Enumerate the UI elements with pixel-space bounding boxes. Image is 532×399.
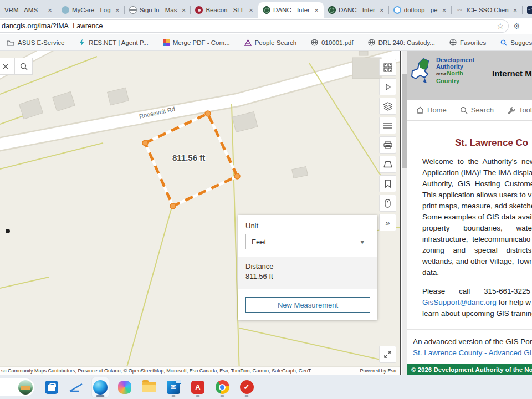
bookmark-resnet[interactable]: RES.NET | Agent P... xyxy=(79,39,148,46)
taskbar-file-explorer[interactable] xyxy=(141,377,157,397)
legend-icon xyxy=(383,122,392,129)
close-icon[interactable]: × xyxy=(114,6,121,14)
distance-section: Distance 811.56 ft xyxy=(238,257,377,289)
map-search-button[interactable] xyxy=(14,58,33,75)
globe-favicon-icon xyxy=(129,6,137,14)
fullscreen-button[interactable] xyxy=(379,346,396,363)
taskbar-microsoft-store[interactable] xyxy=(43,377,60,397)
tab-paragon[interactable]: Paragon 5 × xyxy=(523,2,532,18)
search-icon xyxy=(500,39,507,46)
close-icon[interactable]: × xyxy=(247,6,255,14)
expand-arrow-button[interactable] xyxy=(379,78,396,95)
taskbar: ✉ A ✓ xyxy=(0,375,532,399)
map-attribution: sri Community Maps Contributors, Provinc… xyxy=(0,366,400,375)
map-toolbar: » xyxy=(379,59,396,233)
bookmark-pdf[interactable]: 010001.pdf xyxy=(311,39,354,46)
close-search-button[interactable] xyxy=(0,58,14,75)
nav-home[interactable]: Home xyxy=(416,106,447,114)
print-button[interactable] xyxy=(379,136,396,154)
purple-triangle-icon xyxy=(244,39,252,46)
nav-search[interactable]: Search xyxy=(460,106,494,114)
new-measurement-button[interactable]: New Measurement xyxy=(245,297,370,313)
gis-support-link[interactable]: GisSupport@danc.org xyxy=(422,298,497,306)
panel-header: Development Authority OF THENorth Countr… xyxy=(407,51,532,100)
url-text[interactable]: dancgis.org/ima/?IMA=Lawrence xyxy=(2,22,492,30)
tab-dotloop[interactable]: dotloop - pe × xyxy=(389,2,452,18)
close-icon[interactable]: × xyxy=(378,6,386,14)
taskbar-outlook[interactable]: ✉ xyxy=(165,377,182,397)
beacon-favicon-icon xyxy=(195,6,203,14)
bookmark-button[interactable] xyxy=(379,175,396,192)
home-icon xyxy=(416,106,424,114)
mycare-favicon-icon xyxy=(62,6,69,14)
globe-icon xyxy=(311,39,318,46)
bookmark-suggested-sites[interactable]: Suggested Sites (2) xyxy=(500,39,532,46)
print-icon xyxy=(383,141,392,149)
panel-scrollbar[interactable] xyxy=(402,51,407,375)
tab-signin[interactable]: Sign In - Mas × xyxy=(125,2,191,18)
danc-favicon-icon xyxy=(328,6,336,14)
ice-favicon-icon: ice xyxy=(456,6,464,14)
distance-label: Distance xyxy=(245,262,274,270)
taskbar-copilot[interactable] xyxy=(116,377,133,397)
taskbar-scanner-app[interactable] xyxy=(68,377,84,397)
welcome-paragraph: Welcome to the Authority's new Applicati… xyxy=(422,156,532,278)
nav-tools[interactable]: Tools xyxy=(507,106,532,114)
taskbar-microsoft-edge[interactable] xyxy=(92,377,109,397)
globe-icon xyxy=(368,39,375,46)
search-highlight-image-icon xyxy=(18,380,33,395)
close-icon[interactable]: × xyxy=(511,6,519,14)
advanced-gis-paragraph: An advanced version of the GIS Port St. … xyxy=(413,336,532,359)
bookmark-asus[interactable]: ASUS E-Service xyxy=(7,39,64,46)
screen: VRM - AMS × MyCare - Log × Sign In - Mas… xyxy=(0,0,532,399)
paragon-favicon-icon xyxy=(527,6,532,14)
tab-vrm[interactable]: VRM - AMS × xyxy=(0,2,57,18)
unit-value: Feet xyxy=(252,238,266,246)
unit-select[interactable]: Feet ▾ xyxy=(245,234,370,249)
browser-settings-icon[interactable]: ⚙ xyxy=(513,22,520,30)
layers-button[interactable] xyxy=(379,98,396,115)
taskbar-checkmark-app[interactable]: ✓ xyxy=(238,377,255,397)
map-search-widget xyxy=(0,58,33,75)
scrollbar-thumb[interactable] xyxy=(402,74,407,168)
map-canvas: Roosevelt Rd 811.56 ft xyxy=(0,51,401,375)
scanner-icon xyxy=(69,382,83,393)
bookmark-people-search[interactable]: People Search xyxy=(244,39,296,46)
bookmark-drl240[interactable]: DRL 240: Custody... xyxy=(368,39,435,46)
lightning-icon xyxy=(79,39,85,46)
attribution-text: sri Community Maps Contributors, Provinc… xyxy=(1,368,354,374)
tab-danc-2[interactable]: DANC - Inter × xyxy=(324,2,389,18)
favorite-star-icon[interactable]: ☆ xyxy=(497,22,504,30)
gis-map[interactable]: Roosevelt Rd 811.56 ft xyxy=(0,51,401,375)
taskbar-acrobat[interactable]: A xyxy=(190,377,206,397)
windows-search-box[interactable] xyxy=(0,378,34,396)
search-icon xyxy=(20,63,28,70)
layers-icon xyxy=(383,102,392,111)
bookmark-favorites[interactable]: Favorites xyxy=(449,39,486,46)
collapse-panel-button[interactable]: » xyxy=(379,214,396,231)
url-field[interactable]: dancgis.org/ima/?IMA=Lawrence ☆ xyxy=(0,19,509,33)
tab-danc-active[interactable]: DANC - Inter × xyxy=(258,2,324,18)
ny-state-icon xyxy=(410,54,434,86)
sketch-button[interactable] xyxy=(379,156,396,173)
tab-mycare[interactable]: MyCare - Log × xyxy=(57,2,125,18)
globe-icon xyxy=(449,39,457,46)
map-point xyxy=(6,229,10,233)
copilot-icon xyxy=(118,381,131,394)
close-icon[interactable]: × xyxy=(441,6,448,14)
mouse-location-button[interactable] xyxy=(379,195,396,212)
bookmark-mergepdf[interactable]: Merge PDF - Com... xyxy=(163,39,230,46)
basemap-grid-button[interactable] xyxy=(379,59,396,76)
legend-button[interactable] xyxy=(379,117,396,134)
bookmark-icon xyxy=(385,180,391,188)
close-icon[interactable]: × xyxy=(180,6,187,14)
taskbar-chrome[interactable] xyxy=(214,377,231,397)
advanced-gis-link[interactable]: St. Lawrence County - Advanced GIS xyxy=(413,349,532,357)
close-icon[interactable]: × xyxy=(46,6,54,14)
danc-logo: Development Authority OF THENorth Countr… xyxy=(410,54,474,86)
dotloop-favicon-icon xyxy=(393,6,401,14)
divider xyxy=(407,329,532,330)
close-icon[interactable]: × xyxy=(313,6,320,14)
tab-ice-sso[interactable]: ice ICE SSO Clien × xyxy=(452,2,523,18)
tab-beacon[interactable]: Beacon - St L × xyxy=(191,2,258,18)
